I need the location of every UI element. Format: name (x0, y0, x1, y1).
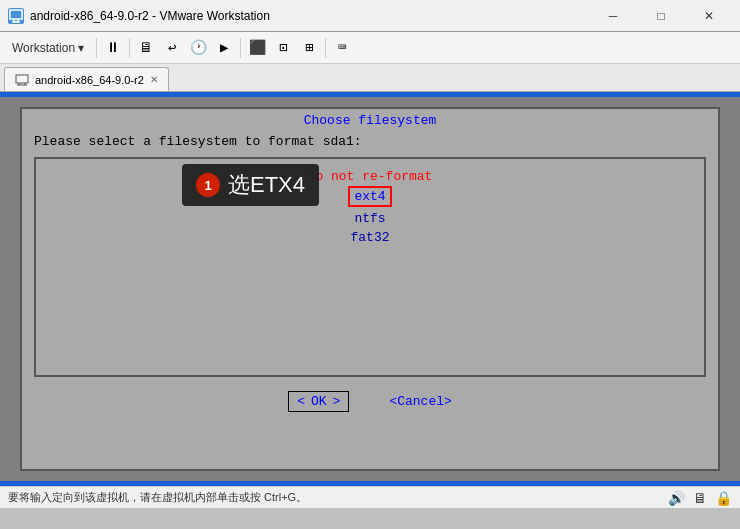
list-item-do-not-reformat[interactable]: Do not re-format (36, 169, 704, 184)
toolbar-separator-3 (240, 38, 241, 58)
lock-icon[interactable]: 🔒 (715, 490, 732, 506)
vm-tab[interactable]: android-x86_64-9.0-r2 ✕ (4, 67, 169, 91)
list-item-ext4[interactable]: ext4 (36, 184, 704, 209)
tab-close-button[interactable]: ✕ (150, 74, 158, 85)
history-button[interactable]: 🕐 (186, 36, 210, 60)
toolbar-separator-2 (129, 38, 130, 58)
tooltip-number: 1 (196, 173, 220, 197)
cancel-label: <Cancel> (389, 394, 451, 409)
ext4-label: ext4 (348, 186, 391, 207)
list-item-fat32[interactable]: fat32 (36, 228, 704, 247)
ok-label: OK (311, 394, 327, 409)
ok-arrow-left: < (297, 394, 305, 409)
ctrl-alt-del-button[interactable]: ⌨ (330, 36, 354, 60)
pause-button[interactable]: ⏸ (101, 36, 125, 60)
status-message: 要将输入定向到该虚拟机，请在虚拟机内部单击或按 Ctrl+G。 (8, 490, 307, 505)
restore-button[interactable]: □ (638, 2, 684, 30)
toolbar-separator-4 (325, 38, 326, 58)
fullscreen-button[interactable]: ⬛ (245, 36, 269, 60)
status-bar: 要将输入定向到该虚拟机，请在虚拟机内部单击或按 Ctrl+G。 🔊 🖥 🔒 (0, 486, 740, 508)
close-button[interactable]: ✕ (686, 2, 732, 30)
monitor-icon[interactable]: 🖥 (693, 490, 707, 506)
dialog-button-area: < OK > <Cancel> (22, 385, 718, 418)
window-title: android-x86_64-9.0-r2 - VMware Workstati… (30, 9, 270, 23)
minimize-button[interactable]: ─ (590, 2, 636, 30)
do-not-reformat-text: Do not re-format (308, 169, 433, 184)
dialog-subtitle: Please select a filesystem to format sda… (22, 132, 718, 153)
unity-button[interactable]: ⊞ (297, 36, 321, 60)
dialog-title: Choose filesystem (22, 109, 718, 132)
title-bar: android-x86_64-9.0-r2 - VMware Workstati… (0, 0, 740, 32)
list-item-ntfs[interactable]: ntfs (36, 209, 704, 228)
tooltip: 1 选ETX4 (182, 164, 319, 206)
workstation-label: Workstation (12, 41, 75, 55)
svg-rect-4 (16, 75, 28, 83)
revert-button[interactable]: ↩ (160, 36, 184, 60)
toolbar-separator-1 (96, 38, 97, 58)
workstation-menu[interactable]: Workstation ▾ (4, 37, 92, 59)
status-right: 🔊 🖥 🔒 (668, 490, 732, 506)
snapshot-button[interactable]: 🖥 (134, 36, 158, 60)
cancel-button[interactable]: <Cancel> (389, 391, 451, 412)
fat32-label: fat32 (350, 230, 389, 245)
filesystem-dialog: Choose filesystem Please select a filesy… (20, 107, 720, 471)
workstation-dropdown-icon: ▾ (78, 41, 84, 55)
window-controls: ─ □ ✕ (590, 2, 732, 30)
app-icon (8, 8, 24, 24)
vm-tab-icon (15, 73, 29, 87)
ok-button[interactable]: < OK > (288, 391, 349, 412)
menu-bar: Workstation ▾ ⏸ 🖥 ↩ 🕐 ▶ ⬛ ⊡ ⊞ ⌨ (0, 32, 740, 64)
ntfs-label: ntfs (354, 211, 385, 226)
title-bar-left: android-x86_64-9.0-r2 - VMware Workstati… (8, 8, 270, 24)
fit-button[interactable]: ⊡ (271, 36, 295, 60)
filesystem-list[interactable]: Do not re-format ext4 ntfs fat32 (34, 157, 706, 377)
vm-area[interactable]: Choose filesystem Please select a filesy… (0, 97, 740, 481)
forward-button[interactable]: ▶ (212, 36, 236, 60)
volume-icon[interactable]: 🔊 (668, 490, 685, 506)
svg-rect-0 (10, 10, 22, 19)
tooltip-text: 选ETX4 (228, 170, 305, 200)
tab-bar: android-x86_64-9.0-r2 ✕ (0, 64, 740, 92)
ok-arrow-right: > (333, 394, 341, 409)
vm-tab-label: android-x86_64-9.0-r2 (35, 74, 144, 86)
